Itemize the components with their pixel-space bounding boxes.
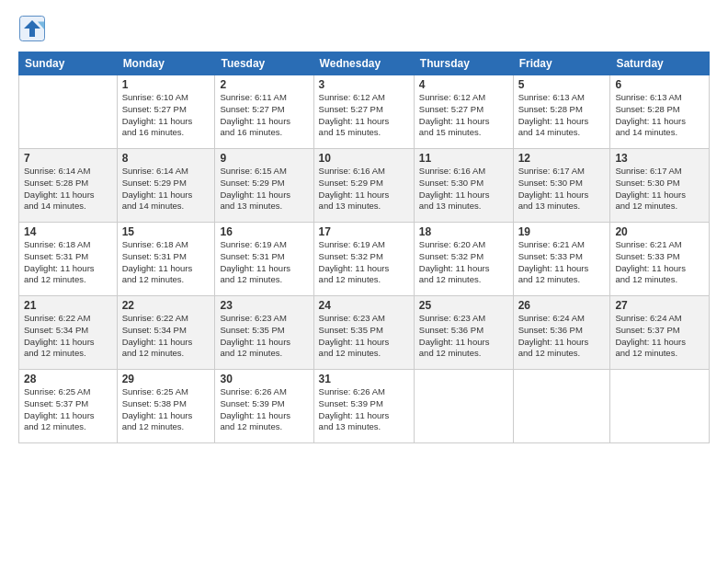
day-number: 15 (122, 225, 210, 238)
calendar-header-wednesday: Wednesday (313, 52, 414, 75)
calendar-cell: 15Sunrise: 6:18 AM Sunset: 5:31 PM Dayli… (117, 223, 215, 296)
calendar-cell: 14Sunrise: 6:18 AM Sunset: 5:31 PM Dayli… (19, 223, 118, 296)
page: SundayMondayTuesdayWednesdayThursdayFrid… (0, 0, 728, 563)
calendar-week-2: 7Sunrise: 6:14 AM Sunset: 5:28 PM Daylig… (19, 149, 710, 223)
day-info: Sunrise: 6:17 AM Sunset: 5:30 PM Dayligh… (518, 166, 606, 213)
calendar-cell: 13Sunrise: 6:17 AM Sunset: 5:30 PM Dayli… (610, 149, 710, 223)
calendar-header-tuesday: Tuesday (215, 52, 313, 75)
day-info: Sunrise: 6:18 AM Sunset: 5:31 PM Dayligh… (122, 239, 210, 286)
calendar-cell: 8Sunrise: 6:14 AM Sunset: 5:29 PM Daylig… (117, 149, 215, 223)
day-number: 29 (122, 373, 210, 385)
calendar-cell: 7Sunrise: 6:14 AM Sunset: 5:28 PM Daylig… (19, 149, 118, 223)
day-number: 17 (319, 225, 409, 238)
calendar-cell: 9Sunrise: 6:15 AM Sunset: 5:29 PM Daylig… (215, 149, 313, 223)
calendar-week-1: 1Sunrise: 6:10 AM Sunset: 5:27 PM Daylig… (19, 75, 710, 149)
day-number: 12 (518, 152, 606, 165)
day-number: 26 (518, 299, 606, 312)
calendar-cell: 5Sunrise: 6:13 AM Sunset: 5:28 PM Daylig… (513, 75, 610, 149)
day-info: Sunrise: 6:22 AM Sunset: 5:34 PM Dayligh… (122, 313, 210, 360)
calendar-cell: 31Sunrise: 6:26 AM Sunset: 5:39 PM Dayli… (313, 370, 414, 443)
day-number: 11 (419, 152, 508, 165)
calendar-header-monday: Monday (117, 52, 215, 75)
calendar-cell: 1Sunrise: 6:10 AM Sunset: 5:27 PM Daylig… (117, 75, 215, 149)
calendar-cell: 30Sunrise: 6:26 AM Sunset: 5:39 PM Dayli… (215, 370, 313, 443)
calendar-cell: 2Sunrise: 6:11 AM Sunset: 5:27 PM Daylig… (215, 75, 313, 149)
day-info: Sunrise: 6:26 AM Sunset: 5:39 PM Dayligh… (220, 386, 308, 433)
day-number: 27 (615, 299, 704, 312)
day-info: Sunrise: 6:17 AM Sunset: 5:30 PM Dayligh… (615, 166, 704, 213)
day-info: Sunrise: 6:10 AM Sunset: 5:27 PM Dayligh… (122, 92, 210, 139)
day-number: 8 (122, 152, 210, 165)
day-number: 24 (319, 299, 409, 312)
day-info: Sunrise: 6:24 AM Sunset: 5:36 PM Dayligh… (518, 313, 606, 360)
day-info: Sunrise: 6:12 AM Sunset: 5:27 PM Dayligh… (319, 92, 409, 139)
logo-icon (18, 15, 46, 42)
calendar-cell: 11Sunrise: 6:16 AM Sunset: 5:30 PM Dayli… (414, 149, 513, 223)
calendar-cell: 25Sunrise: 6:23 AM Sunset: 5:36 PM Dayli… (414, 296, 513, 370)
calendar-cell: 28Sunrise: 6:25 AM Sunset: 5:37 PM Dayli… (19, 370, 118, 443)
day-info: Sunrise: 6:14 AM Sunset: 5:29 PM Dayligh… (122, 166, 210, 213)
calendar-week-3: 14Sunrise: 6:18 AM Sunset: 5:31 PM Dayli… (19, 223, 710, 296)
day-number: 30 (220, 373, 308, 385)
calendar-header-friday: Friday (513, 52, 610, 75)
day-info: Sunrise: 6:14 AM Sunset: 5:28 PM Dayligh… (24, 166, 112, 213)
day-info: Sunrise: 6:21 AM Sunset: 5:33 PM Dayligh… (615, 239, 704, 286)
day-number: 1 (122, 78, 210, 91)
calendar-cell (414, 370, 513, 443)
day-info: Sunrise: 6:24 AM Sunset: 5:37 PM Dayligh… (615, 313, 704, 360)
calendar-cell: 19Sunrise: 6:21 AM Sunset: 5:33 PM Dayli… (513, 223, 610, 296)
day-number: 7 (24, 152, 112, 165)
day-number: 28 (24, 373, 112, 385)
day-info: Sunrise: 6:15 AM Sunset: 5:29 PM Dayligh… (220, 166, 308, 213)
day-info: Sunrise: 6:23 AM Sunset: 5:35 PM Dayligh… (220, 313, 308, 360)
calendar-cell: 10Sunrise: 6:16 AM Sunset: 5:29 PM Dayli… (313, 149, 414, 223)
day-info: Sunrise: 6:20 AM Sunset: 5:32 PM Dayligh… (419, 239, 508, 286)
day-info: Sunrise: 6:21 AM Sunset: 5:33 PM Dayligh… (518, 239, 606, 286)
day-number: 9 (220, 152, 308, 165)
day-info: Sunrise: 6:13 AM Sunset: 5:28 PM Dayligh… (518, 92, 606, 139)
calendar-header-row: SundayMondayTuesdayWednesdayThursdayFrid… (19, 52, 710, 75)
calendar-cell: 29Sunrise: 6:25 AM Sunset: 5:38 PM Dayli… (117, 370, 215, 443)
calendar-cell: 3Sunrise: 6:12 AM Sunset: 5:27 PM Daylig… (313, 75, 414, 149)
day-info: Sunrise: 6:16 AM Sunset: 5:30 PM Dayligh… (419, 166, 508, 213)
calendar-cell (610, 370, 710, 443)
day-number: 18 (419, 225, 508, 238)
calendar-cell: 21Sunrise: 6:22 AM Sunset: 5:34 PM Dayli… (19, 296, 118, 370)
day-number: 16 (220, 225, 308, 238)
calendar-cell: 22Sunrise: 6:22 AM Sunset: 5:34 PM Dayli… (117, 296, 215, 370)
logo (18, 15, 50, 42)
calendar-cell: 27Sunrise: 6:24 AM Sunset: 5:37 PM Dayli… (610, 296, 710, 370)
calendar-cell (513, 370, 610, 443)
day-info: Sunrise: 6:16 AM Sunset: 5:29 PM Dayligh… (319, 166, 409, 213)
day-number: 31 (319, 373, 409, 385)
day-info: Sunrise: 6:18 AM Sunset: 5:31 PM Dayligh… (24, 239, 112, 286)
calendar-week-5: 28Sunrise: 6:25 AM Sunset: 5:37 PM Dayli… (19, 370, 710, 443)
calendar-cell: 18Sunrise: 6:20 AM Sunset: 5:32 PM Dayli… (414, 223, 513, 296)
day-number: 14 (24, 225, 112, 238)
day-info: Sunrise: 6:22 AM Sunset: 5:34 PM Dayligh… (24, 313, 112, 360)
day-info: Sunrise: 6:25 AM Sunset: 5:37 PM Dayligh… (24, 386, 112, 433)
day-number: 5 (518, 78, 606, 91)
day-info: Sunrise: 6:23 AM Sunset: 5:36 PM Dayligh… (419, 313, 508, 360)
day-info: Sunrise: 6:19 AM Sunset: 5:31 PM Dayligh… (220, 239, 308, 286)
day-number: 10 (319, 152, 409, 165)
day-number: 6 (615, 78, 704, 91)
day-info: Sunrise: 6:12 AM Sunset: 5:27 PM Dayligh… (419, 92, 508, 139)
day-number: 25 (419, 299, 508, 312)
day-number: 13 (615, 152, 704, 165)
day-info: Sunrise: 6:13 AM Sunset: 5:28 PM Dayligh… (615, 92, 704, 139)
calendar-cell: 12Sunrise: 6:17 AM Sunset: 5:30 PM Dayli… (513, 149, 610, 223)
day-info: Sunrise: 6:11 AM Sunset: 5:27 PM Dayligh… (220, 92, 308, 139)
day-number: 20 (615, 225, 704, 238)
header (18, 15, 710, 42)
calendar-header-thursday: Thursday (414, 52, 513, 75)
day-number: 2 (220, 78, 308, 91)
day-number: 21 (24, 299, 112, 312)
day-number: 3 (319, 78, 409, 91)
day-number: 19 (518, 225, 606, 238)
day-info: Sunrise: 6:19 AM Sunset: 5:32 PM Dayligh… (319, 239, 409, 286)
calendar-cell (19, 75, 118, 149)
calendar-cell: 23Sunrise: 6:23 AM Sunset: 5:35 PM Dayli… (215, 296, 313, 370)
calendar-header-saturday: Saturday (610, 52, 710, 75)
day-info: Sunrise: 6:26 AM Sunset: 5:39 PM Dayligh… (319, 386, 409, 433)
